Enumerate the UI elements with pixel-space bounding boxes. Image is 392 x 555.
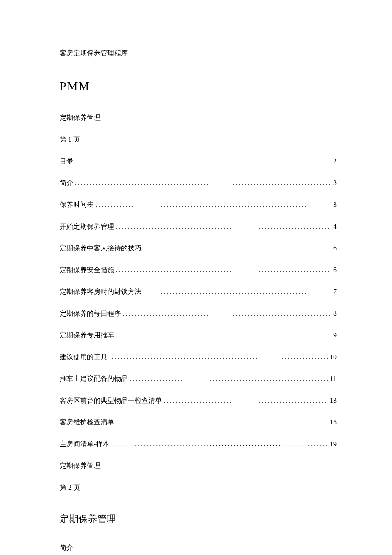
intro-label: 简介	[60, 543, 337, 552]
section-label-2: 定期保养管理	[60, 462, 337, 471]
toc-page: 8	[333, 310, 337, 317]
toc-page: 3	[333, 201, 337, 209]
toc-page: 6	[333, 266, 337, 274]
toc-title: 推车上建议配备的物品	[60, 375, 128, 384]
section-label-1: 定期保养管理	[60, 113, 337, 122]
toc-entry: 主房间清单-样本 19	[60, 440, 337, 449]
page-label-2: 第 2 页	[60, 483, 337, 492]
toc-title: 建议使用的工具	[60, 353, 107, 362]
toc-entry: 定期保养的每日程序 8	[60, 309, 337, 318]
toc-entry: 保养时间表 3	[60, 200, 337, 209]
document-header: 客房定期保养管理程序	[60, 49, 337, 58]
toc-title: 客房区前台的典型物品一检查清单	[60, 396, 162, 405]
toc-entry: 定期保养专用推车 9	[60, 331, 337, 340]
toc-title: 开始定期保养管理	[60, 222, 114, 231]
toc-title: 定期保养的每日程序	[60, 309, 121, 318]
toc-leader	[116, 223, 331, 230]
toc-title: 保养时间表	[60, 200, 94, 209]
toc-page: 3	[333, 179, 337, 187]
toc-leader	[116, 418, 328, 426]
table-of-contents: 目录 2 简介 3 保养时间表 3 开始定期保养管理 4 定期保养中客人接待的技…	[60, 157, 337, 449]
toc-title: 简介	[60, 179, 73, 188]
toc-leader	[143, 244, 331, 252]
toc-leader	[130, 375, 329, 383]
toc-leader	[111, 440, 328, 448]
toc-page: 10	[330, 353, 337, 361]
toc-leader	[109, 353, 328, 361]
toc-entry: 简介 3	[60, 179, 337, 188]
toc-page: 2	[333, 157, 337, 165]
toc-title: 定期保养安全措施	[60, 266, 114, 275]
toc-leader	[95, 201, 331, 209]
toc-page: 19	[330, 440, 337, 448]
main-heading: 定期保养管理	[60, 513, 337, 526]
toc-entry: 目录 2	[60, 157, 337, 166]
toc-entry: 推车上建议配备的物品 11	[60, 375, 337, 384]
toc-entry: 客房区前台的典型物品一检查清单 13	[60, 396, 337, 405]
toc-title: 主房间清单-样本	[60, 440, 110, 449]
toc-page: 4	[333, 223, 337, 230]
toc-entry: 定期保养客房时的封锁方法 7	[60, 288, 337, 296]
toc-page: 7	[333, 288, 337, 296]
toc-page: 9	[333, 331, 337, 339]
toc-page: 6	[333, 244, 337, 252]
toc-leader	[75, 179, 331, 187]
toc-leader	[116, 266, 331, 274]
toc-title: 定期保养专用推车	[60, 331, 114, 340]
toc-leader	[143, 288, 331, 296]
toc-page: 15	[330, 418, 337, 426]
toc-leader	[164, 397, 328, 404]
toc-entry: 客房维护检查清单 15	[60, 418, 337, 427]
toc-entry: 开始定期保养管理 4	[60, 222, 337, 231]
toc-page: 11	[330, 375, 337, 383]
page-label-1: 第 1 页	[60, 135, 337, 144]
toc-title: 定期保养中客人接待的技巧	[60, 244, 141, 253]
toc-leader	[116, 331, 331, 339]
toc-title: 目录	[60, 157, 73, 166]
toc-title: 定期保养客房时的封锁方法	[60, 288, 141, 296]
toc-title: 客房维护检查清单	[60, 418, 114, 427]
toc-leader	[123, 310, 331, 317]
toc-entry: 建议使用的工具 10	[60, 353, 337, 362]
toc-page: 13	[330, 397, 337, 404]
toc-entry: 定期保养中客人接待的技巧 6	[60, 244, 337, 253]
toc-entry: 定期保养安全措施 6	[60, 266, 337, 275]
toc-leader	[75, 157, 331, 165]
pmm-code: PMM	[60, 79, 337, 93]
